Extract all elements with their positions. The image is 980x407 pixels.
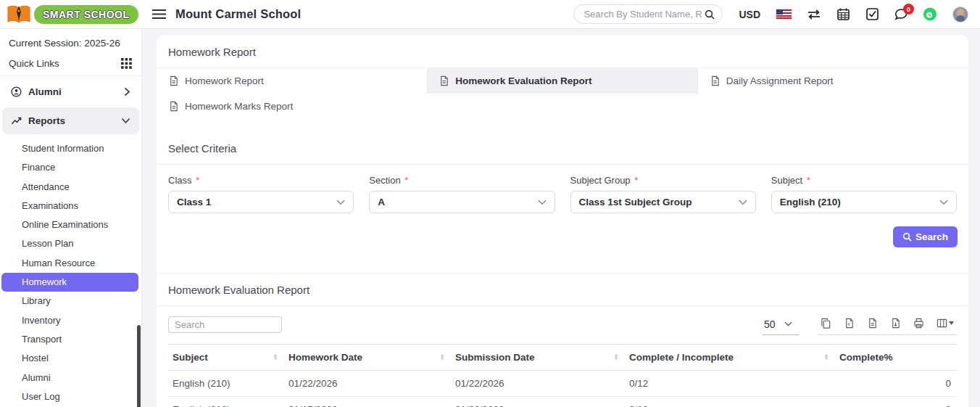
sidebar-item-user-log[interactable]: User Log [0, 387, 141, 406]
field-label: Section * [369, 175, 555, 186]
sidebar-scrollbar[interactable] [137, 325, 141, 407]
table-row: English (210)01/17/202601/20/20260/120 [168, 397, 957, 407]
sidebar-group-label: Alumni [28, 86, 117, 97]
quick-links-label: Quick Links [9, 58, 59, 69]
chat-count-badge: 0 [903, 4, 914, 15]
sidebar-group-label: Reports [28, 115, 115, 126]
sidebar-item-alumni[interactable]: Alumni [0, 369, 141, 387]
tab-daily-assignment-report[interactable]: Daily Assignment Report [698, 68, 968, 94]
chevron-down-icon [336, 200, 345, 205]
tab-homework-report[interactable]: Homework Report [157, 68, 427, 94]
column-label: Complete% [839, 352, 893, 363]
sidebar-item-library[interactable]: Library [0, 292, 141, 311]
sidebar-item-inventory[interactable]: Inventory [0, 311, 141, 330]
table-cell: 01/22/2026 [284, 371, 451, 397]
report-title: Homework Evaluation Report [157, 274, 968, 306]
file-icon [168, 75, 179, 86]
svg-text:x: x [847, 321, 850, 326]
tab-label: Homework Evaluation Report [455, 75, 591, 86]
select-value: English (210) [780, 197, 841, 207]
column-header-submission-date[interactable]: Submission Date▲▼ [451, 345, 625, 371]
tab-homework-marks-report[interactable]: Homework Marks Report [157, 94, 427, 119]
user-avatar[interactable] [952, 7, 968, 22]
search-button-label: Search [915, 231, 948, 242]
column-label: Submission Date [455, 352, 535, 363]
sidebar-item-attendance[interactable]: Attendance [0, 178, 141, 197]
table-cell: 0 [835, 397, 957, 407]
table-cell: 0/12 [625, 371, 835, 397]
global-search-input[interactable] [584, 9, 705, 20]
calendar-icon[interactable] [836, 8, 850, 21]
sort-icon[interactable]: ▲▼ [439, 354, 445, 361]
menu-toggle-icon[interactable] [152, 9, 168, 20]
tasks-icon[interactable] [865, 8, 879, 21]
content-card: Homework Report Homework ReportHomework … [157, 35, 968, 407]
column-header-homework-date[interactable]: Homework Date▲▼ [284, 345, 451, 371]
sidebar-item-student-information[interactable]: Student Information [0, 139, 141, 158]
pdf-icon[interactable] [890, 318, 901, 329]
tab-label: Homework Report [185, 75, 264, 86]
sidebar-group-alumni[interactable]: Alumni [2, 78, 139, 105]
field-section: Section *A [369, 175, 555, 213]
column-header-complete-: Complete% [835, 345, 957, 371]
sidebar-item-hostel[interactable]: Hostel [0, 349, 141, 368]
sidebar-item-lesson-plan[interactable]: Lesson Plan [0, 234, 141, 253]
sidebar-item-finance[interactable]: Finance [0, 158, 141, 177]
field-label: Class * [168, 175, 354, 186]
page-title: Homework Report [157, 35, 968, 68]
column-header-subject[interactable]: Subject▲▼ [168, 345, 284, 371]
search-button[interactable]: Search [893, 226, 958, 247]
select-value: Class 1 [177, 197, 211, 207]
table-cell: English (210) [168, 371, 284, 397]
field-label: Subject Group * [570, 175, 756, 186]
page-size-value: 50 [764, 318, 776, 330]
required-marker: * [402, 175, 409, 186]
chat-icon[interactable]: 0 [894, 8, 908, 21]
excel-icon[interactable]: x [844, 318, 855, 329]
global-search [573, 4, 723, 24]
select-value: A [378, 197, 385, 207]
select-subject[interactable]: English (210) [771, 191, 957, 213]
quick-links-grid-icon[interactable] [121, 58, 132, 69]
required-marker: * [804, 175, 810, 186]
field-class: Class *Class 1 [168, 175, 354, 213]
select-subject-group[interactable]: Class 1st Subject Group [570, 191, 756, 213]
app-logo: SMART SCHOOL [0, 4, 142, 25]
currency-selector[interactable]: USD [739, 9, 760, 20]
field-subject: Subject *English (210) [771, 175, 957, 213]
language-flag-icon[interactable] [776, 9, 792, 19]
chevron-down-icon [939, 200, 948, 205]
copy-icon[interactable] [821, 318, 831, 329]
search-icon[interactable] [705, 9, 715, 20]
sidebar-item-examinations[interactable]: Examinations [0, 197, 141, 215]
logo-book-icon [7, 4, 31, 25]
sidebar: Current Session: 2025-26 Quick Links Alu… [0, 29, 142, 407]
sort-icon[interactable]: ▲▼ [273, 354, 278, 361]
columns-icon[interactable] [937, 318, 954, 329]
sidebar-group-reports[interactable]: Reports [2, 107, 139, 134]
sidebar-item-transport[interactable]: Transport [0, 330, 141, 349]
csv-icon[interactable] [867, 318, 878, 329]
sidebar-item-online-examinations[interactable]: Online Examinations [0, 215, 141, 234]
swap-icon[interactable] [807, 8, 821, 21]
school-title: Mount Carmel School [175, 7, 301, 21]
alumni-icon [11, 86, 22, 97]
select-class[interactable]: Class 1 [168, 191, 354, 213]
table-cell: 01/17/2026 [284, 397, 451, 407]
select-section[interactable]: A [369, 191, 555, 213]
table-search-input[interactable] [168, 316, 282, 333]
print-icon[interactable] [913, 318, 924, 329]
tab-homework-evaluation-report[interactable]: Homework Evaluation Report [427, 68, 697, 94]
sidebar-item-human-resource[interactable]: Human Resource [0, 254, 141, 273]
sidebar-item-homework[interactable]: Homework [1, 273, 138, 292]
tab-label: Daily Assignment Report [726, 75, 834, 86]
column-label: Homework Date [288, 352, 362, 363]
whatsapp-icon[interactable] [923, 8, 937, 21]
field-subject-group: Subject Group *Class 1st Subject Group [570, 175, 756, 213]
sort-icon[interactable]: ▲▼ [823, 354, 829, 361]
page-size-select[interactable]: 50 [763, 317, 799, 335]
table-cell: English (210) [168, 397, 284, 407]
column-header-complete-incomplete[interactable]: Complete / Incomplete▲▼ [625, 345, 835, 371]
sort-icon[interactable]: ▲▼ [613, 354, 619, 361]
column-label: Subject [173, 352, 208, 363]
